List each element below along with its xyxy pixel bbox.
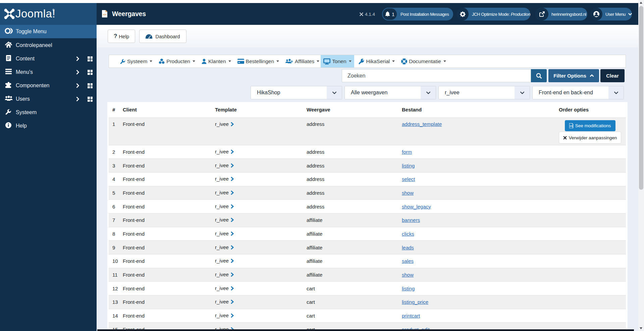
svg-text:</>: </> <box>570 125 573 127</box>
svg-text:</>: </> <box>103 13 107 16</box>
